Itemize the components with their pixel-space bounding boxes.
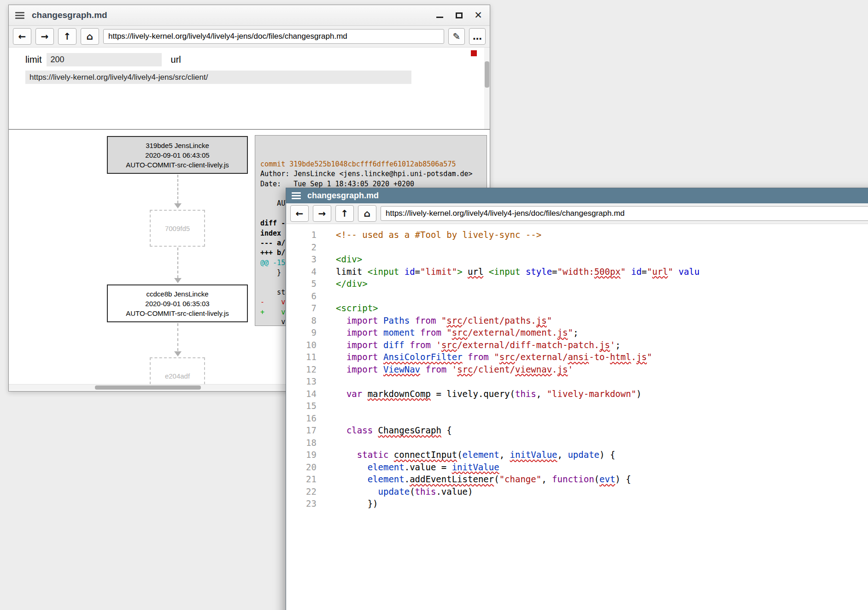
limit-input[interactable] (47, 53, 162, 66)
close-icon: ✕ (474, 11, 482, 20)
arrowhead-icon (174, 203, 182, 208)
code-line[interactable] (336, 400, 868, 412)
maximize-button[interactable] (454, 10, 464, 20)
line-number: 17 (286, 424, 317, 437)
code-line[interactable]: import moment from "src/external/moment.… (336, 326, 868, 339)
code-line[interactable]: limit <input id="limit"> url <input styl… (336, 266, 868, 278)
address-bar[interactable] (103, 29, 444, 44)
commit-node-line: e204adf (165, 371, 190, 381)
commit-node-line: 7009fd5 (165, 224, 190, 233)
commit-node-line: AUTO-COMMIT-src-client-lively.js (108, 308, 247, 318)
home-icon: ⌂ (364, 208, 370, 219)
forward-button[interactable]: → (313, 205, 331, 222)
window-menu-icon[interactable] (15, 12, 24, 19)
code-line[interactable] (336, 290, 868, 302)
home-button[interactable]: ⌂ (81, 28, 99, 45)
limit-label: limit (25, 54, 42, 65)
commit-detail-line: commit 319bde525b1048cbcfff6dffe61012ab8… (260, 160, 487, 169)
close-button[interactable]: ✕ (473, 10, 483, 20)
code-line[interactable]: element.value = initValue (336, 461, 868, 474)
back-button[interactable]: ← (13, 28, 31, 45)
line-number: 16 (286, 412, 317, 425)
line-number: 6 (286, 290, 317, 302)
commit-node-line: ccdce8b JensLincke (108, 289, 247, 299)
code-line[interactable] (336, 375, 868, 388)
line-number: 11 (286, 351, 317, 363)
arrowhead-icon (174, 278, 182, 283)
window-title: changesgraph.md (32, 10, 107, 20)
red-status-square (471, 50, 477, 56)
home-button[interactable]: ⌂ (358, 205, 376, 222)
line-number: 10 (286, 339, 317, 351)
code-line[interactable]: </div> (336, 278, 868, 290)
code-line[interactable]: import Paths from "src/client/paths.js" (336, 314, 868, 327)
maximize-icon (456, 12, 463, 18)
code-line[interactable] (336, 241, 868, 254)
window-menu-icon[interactable] (292, 192, 301, 199)
commit-detail-line: Author: JensLincke <jens.lincke@hpi.uni-… (260, 169, 487, 179)
code-line[interactable]: import diff from 'src/external/diff-matc… (336, 339, 868, 351)
forward-button[interactable]: → (35, 28, 54, 45)
graph-edge (177, 248, 178, 278)
horizontal-scrollbar-thumb[interactable] (95, 385, 201, 390)
commit-node-ccdce8b[interactable]: ccdce8b JensLincke 2020-09-01 06:35:03 A… (107, 284, 248, 322)
commit-node-e204adf[interactable]: e204adf (150, 357, 205, 384)
edit-button[interactable]: ✎ (448, 28, 465, 45)
code-line[interactable]: <!-- used as a #Tool by lively-sync --> (336, 229, 868, 241)
code-editor[interactable]: 1234567891011121314151617181920212223 <!… (286, 224, 868, 610)
pencil-icon: ✎ (453, 31, 461, 42)
code-line[interactable]: static connectInput(element, initValue, … (336, 449, 868, 461)
code-line[interactable]: update(this.value) (336, 486, 868, 498)
forward-arrow-icon: → (41, 31, 49, 42)
line-number: 8 (286, 314, 317, 327)
back-button[interactable]: ← (290, 205, 309, 222)
line-number: 22 (286, 486, 317, 498)
up-arrow-icon: ↑ (64, 31, 71, 42)
line-number: 15 (286, 400, 317, 412)
up-button[interactable]: ↑ (58, 28, 76, 45)
code-line[interactable]: element.addEventListener("change", funct… (336, 473, 868, 486)
ellipsis-icon: … (473, 31, 482, 42)
code-lines[interactable]: <!-- used as a #Tool by lively-sync --> … (317, 229, 868, 610)
code-line[interactable]: import AnsiColorFilter from "src/externa… (336, 351, 868, 363)
address-bar[interactable] (381, 206, 868, 221)
back-arrow-icon: ← (296, 208, 304, 219)
arrowhead-icon (174, 351, 182, 356)
line-number: 9 (286, 326, 317, 339)
home-icon: ⌂ (87, 31, 93, 42)
line-number: 7 (286, 302, 317, 314)
commit-node-7009fd5[interactable]: 7009fd5 (150, 210, 205, 247)
commit-node-319bde5[interactable]: 319bde5 JensLincke 2020-09-01 06:43:05 A… (107, 136, 248, 174)
more-options-button[interactable]: … (469, 28, 486, 45)
code-line[interactable]: <div> (336, 253, 868, 266)
window-title: changesgraph.md (307, 191, 379, 201)
url-label: url (171, 54, 181, 65)
up-arrow-icon: ↑ (341, 208, 349, 219)
titlebar[interactable]: changesgraph.md (286, 188, 868, 203)
forward-arrow-icon: → (318, 208, 326, 219)
gutter: 1234567891011121314151617181920212223 (286, 229, 317, 610)
titlebar[interactable]: changesgraph.md ✕ (9, 5, 490, 26)
up-button[interactable]: ↑ (335, 205, 354, 222)
line-number: 13 (286, 375, 317, 388)
minimize-icon (436, 17, 443, 18)
commit-node-line: 2020-09-01 06:43:05 (108, 150, 247, 160)
line-number: 3 (286, 253, 317, 266)
minimize-button[interactable] (434, 10, 445, 20)
code-line[interactable]: <script> (336, 302, 868, 314)
graph-edge (177, 323, 178, 351)
line-number: 21 (286, 473, 317, 486)
vertical-scrollbar[interactable] (484, 47, 490, 129)
code-line[interactable]: var markdownComp = lively.query(this, "l… (336, 388, 868, 400)
back-arrow-icon: ← (18, 31, 26, 42)
code-line[interactable]: import ViewNav from 'src/client/viewnav.… (336, 363, 868, 376)
tool-form-area: limit url (9, 47, 490, 129)
line-number: 14 (286, 388, 317, 400)
code-line[interactable] (336, 412, 868, 425)
code-line[interactable] (336, 437, 868, 449)
url-input[interactable] (25, 71, 411, 84)
code-line[interactable]: class ChangesGraph { (336, 424, 868, 437)
line-number: 19 (286, 449, 317, 461)
code-line[interactable]: }) (336, 497, 868, 510)
vertical-scrollbar-thumb[interactable] (485, 61, 489, 88)
